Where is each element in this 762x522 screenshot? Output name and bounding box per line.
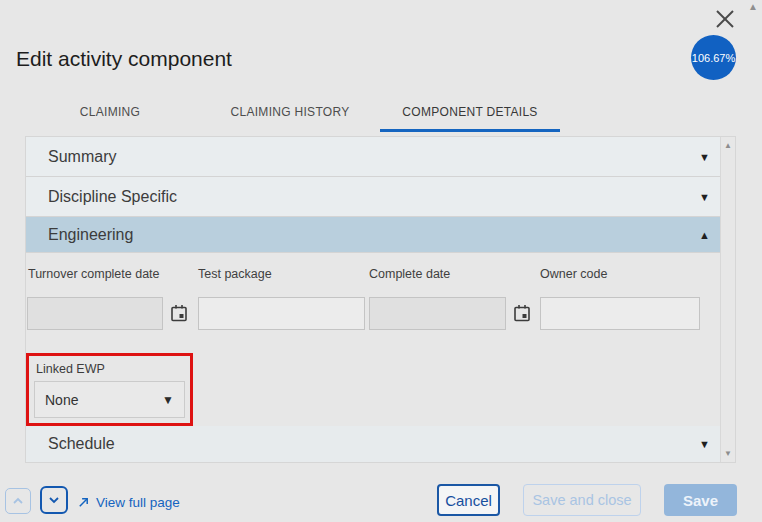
complete-date-input[interactable] [369,297,506,330]
calendar-icon [512,303,532,323]
dialog-title: Edit activity component [16,47,232,71]
tab-bar: CLAIMING CLAIMING HISTORY COMPONENT DETA… [20,96,560,132]
accordion-header-summary[interactable]: Summary ▼ [26,137,720,177]
close-button[interactable] [710,4,740,34]
cancel-button[interactable]: Cancel [437,484,500,516]
save-button[interactable]: Save [664,484,737,516]
turnover-complete-date-input[interactable] [27,297,163,330]
linked-ewp-label: Linked EWP [36,362,105,376]
accordion-header-schedule[interactable]: Schedule ▼ [26,426,720,462]
accordion-header-label: Schedule [48,435,115,453]
chevron-down-icon: ▼ [699,151,710,163]
view-full-page-link[interactable]: View full page [77,495,180,510]
active-tab-underline [380,129,560,132]
accordion-panel: Summary ▼ Discipline Specific ▼ Engineer… [25,136,736,463]
test-package-label: Test package [198,267,272,281]
turnover-complete-date-label: Turnover complete date [28,267,160,281]
tab-component-details[interactable]: COMPONENT DETAILS [380,96,560,132]
save-and-close-button[interactable]: Save and close [523,484,641,516]
linked-ewp-selected-value: None [45,392,78,408]
open-in-full-icon [77,496,90,509]
dropdown-caret-icon: ▼ [162,393,174,407]
owner-code-label: Owner code [540,267,607,281]
accordion-header-discipline-specific[interactable]: Discipline Specific ▼ [26,177,720,217]
edit-activity-component-dialog: ▲ 106.67% Edit activity component CLAIMI… [0,0,762,522]
owner-code-input[interactable] [540,297,700,330]
test-package-input[interactable] [198,297,365,330]
scroll-up-icon[interactable]: ▲ [721,141,735,150]
highlight-box: Linked EWP None ▼ [26,353,193,426]
chevron-down-icon: ▼ [699,438,710,450]
calendar-picker-button[interactable] [169,303,189,323]
accordion-header-engineering[interactable]: Engineering ▲ [26,217,720,253]
chevron-up-icon: ▲ [699,229,710,241]
tab-claiming[interactable]: CLAIMING [20,96,200,132]
page-scrollbar-up-icon[interactable]: ▲ [748,1,758,12]
engineering-section-content: Turnover complete date Test package Comp… [26,253,722,426]
linked-ewp-dropdown[interactable]: None ▼ [34,381,185,418]
next-item-button[interactable] [40,486,68,514]
calendar-picker-button[interactable] [512,303,532,323]
chevron-up-icon [11,494,25,508]
tab-claiming-history[interactable]: CLAIMING HISTORY [200,96,380,132]
previous-item-button[interactable] [5,488,31,514]
complete-date-label: Complete date [369,267,450,281]
chevron-down-icon: ▼ [699,191,710,203]
accordion-scrollbar[interactable]: ▲ ▼ [720,137,735,462]
calendar-icon [169,303,189,323]
view-full-page-label: View full page [96,495,180,510]
progress-badge: 106.67% [691,35,736,80]
accordion-header-label: Engineering [48,226,133,244]
accordion-header-label: Discipline Specific [48,188,177,206]
accordion-header-label: Summary [48,148,116,166]
close-icon [713,7,737,31]
scroll-down-icon[interactable]: ▼ [721,449,735,458]
chevron-down-icon [47,493,61,507]
